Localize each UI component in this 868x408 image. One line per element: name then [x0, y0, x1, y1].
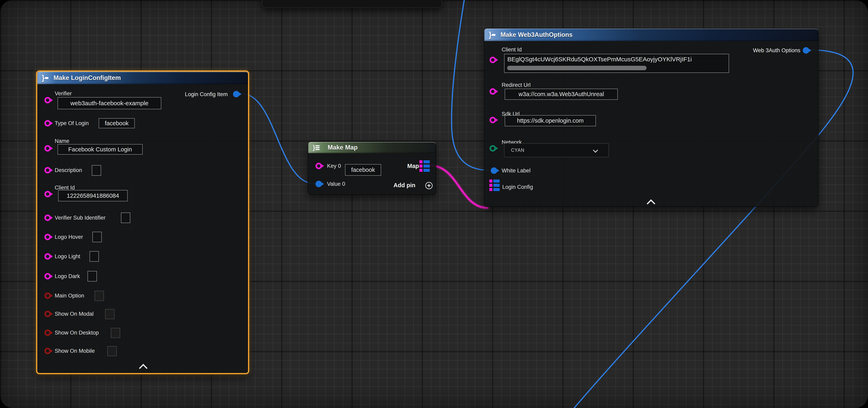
node-title: Make LoginConfigItem — [54, 74, 121, 81]
wire-top-to-whitelabel[interactable] — [452, 0, 489, 170]
output-pin-map[interactable] — [420, 160, 430, 172]
blueprint-graph-canvas[interactable]: } Make LoginConfigItem Login Config Item… — [0, 0, 868, 408]
verifier-input[interactable]: web3auth-facebook-example — [58, 97, 161, 109]
add-pin-plus-icon[interactable] — [425, 182, 433, 189]
key-0-input[interactable]: facebook — [345, 164, 381, 176]
pin-label: Key 0 — [327, 163, 341, 169]
pin-label: Type Of Login — [55, 120, 89, 127]
redirect-url-input[interactable]: w3a://com.w3a.Web3AuthUnreal — [505, 89, 618, 100]
input-pin-value-0[interactable] — [315, 181, 322, 187]
pin-label: Login Config — [502, 184, 533, 190]
node-title: Make Map — [328, 144, 358, 151]
input-pin-login-config[interactable] — [489, 179, 500, 191]
input-pin-name[interactable] — [44, 145, 51, 151]
input-pin-redirect-url[interactable] — [490, 88, 496, 95]
input-pin-show-on-modal[interactable] — [44, 311, 51, 317]
logo-hover-input[interactable] — [92, 232, 102, 242]
pin-label: Show On Mobile — [55, 348, 95, 354]
sdk-url-input[interactable]: https://sdk.openlogin.com — [505, 115, 596, 126]
output-pin-label: Map — [407, 163, 419, 169]
input-pin-client-id[interactable] — [490, 57, 496, 63]
make-map-icon: } — [313, 142, 319, 153]
node-title: Make Web3AuthOptions — [500, 31, 572, 38]
node-make-web3authoptions[interactable]: } Make Web3AuthOptions Web 3Auth Options… — [484, 28, 818, 207]
pin-label: Value 0 — [327, 181, 345, 187]
input-pin-verifier[interactable] — [44, 97, 51, 103]
output-pin-label: Login Config Item — [185, 91, 228, 98]
main-option-checkbox[interactable] — [95, 291, 104, 301]
input-pin-network[interactable] — [490, 145, 496, 151]
node-make-loginconfigitem[interactable]: } Make LoginConfigItem Login Config Item… — [36, 70, 249, 374]
collapse-node-icon[interactable] — [647, 199, 655, 208]
wire-loginconfigitem-to-value0[interactable] — [242, 94, 314, 183]
input-pin-white-label[interactable] — [491, 167, 497, 174]
pin-label: Description — [55, 167, 82, 173]
node-header[interactable]: } Make LoginConfigItem — [37, 72, 248, 84]
pin-label: Verifier Sub Identifier — [55, 214, 105, 221]
input-pin-main-option[interactable] — [44, 293, 51, 299]
pin-label: White Label — [502, 167, 531, 174]
input-pin-logo-hover[interactable] — [44, 234, 51, 240]
offscreen-node-bottom-edge[interactable] — [262, 0, 442, 8]
show-on-desktop-checkbox[interactable] — [111, 328, 120, 338]
pin-label: Logo Light — [55, 253, 80, 260]
input-pin-logo-dark[interactable] — [44, 273, 51, 279]
input-pin-client-id[interactable] — [44, 191, 51, 197]
input-pin-show-on-desktop[interactable] — [44, 330, 51, 336]
input-pin-logo-light[interactable] — [44, 253, 51, 260]
pin-label: Logo Hover — [55, 234, 83, 240]
logo-dark-input[interactable] — [88, 271, 97, 281]
logo-light-input[interactable] — [90, 251, 99, 262]
description-input[interactable] — [92, 165, 101, 176]
pin-label: Show On Modal — [55, 311, 94, 317]
add-pin-button[interactable]: Add pin — [394, 182, 415, 189]
collapse-node-icon[interactable] — [139, 364, 148, 372]
pin-label: Main Option — [55, 293, 84, 299]
pin-label: Logo Dark — [55, 273, 80, 279]
pin-label: Redirect Url — [502, 82, 531, 88]
client-id-value: BEglQSgt4cUWcj6SKRdu5QkOXTsePmMcusG5EAoy… — [507, 56, 692, 63]
input-pin-show-on-mobile[interactable] — [44, 348, 51, 354]
input-pin-type-of-login[interactable] — [44, 120, 51, 127]
output-pin-web3auth-options[interactable] — [803, 47, 809, 54]
input-pin-sdk-url[interactable] — [490, 117, 496, 123]
pin-label: Verifier — [55, 90, 72, 97]
node-make-map[interactable]: } Make Map Key 0 facebook Map Value 0 Ad… — [308, 141, 436, 195]
client-id-input[interactable]: 1222658941886084 — [58, 190, 128, 201]
name-input[interactable]: Facebook Custom Login — [58, 144, 143, 155]
wire-map-to-loginconfig[interactable] — [430, 166, 488, 208]
node-header[interactable]: } Make Web3AuthOptions — [484, 29, 818, 41]
input-pin-key-0[interactable] — [315, 163, 322, 169]
make-struct-icon: } — [489, 29, 495, 41]
output-pin-label: Web 3Auth Options — [753, 47, 800, 54]
pin-label: Name — [55, 138, 69, 144]
show-on-modal-checkbox[interactable] — [105, 309, 115, 319]
output-pin-login-config-item[interactable] — [233, 91, 240, 97]
input-pin-description[interactable] — [44, 167, 51, 173]
input-pin-verifier-sub-identifier[interactable] — [44, 214, 51, 221]
pin-label: Client Id — [502, 46, 522, 53]
make-struct-icon: } — [42, 72, 49, 84]
type-of-login-input[interactable]: facebook — [99, 118, 135, 128]
pin-label: Show On Desktop — [55, 330, 99, 336]
network-selected-value: CYAN — [511, 147, 524, 153]
verifier-sub-identifier-input[interactable] — [121, 212, 130, 223]
show-on-mobile-checkbox[interactable] — [107, 346, 117, 356]
client-id-scrollbar[interactable] — [507, 66, 647, 70]
node-header[interactable]: } Make Map — [308, 142, 436, 153]
